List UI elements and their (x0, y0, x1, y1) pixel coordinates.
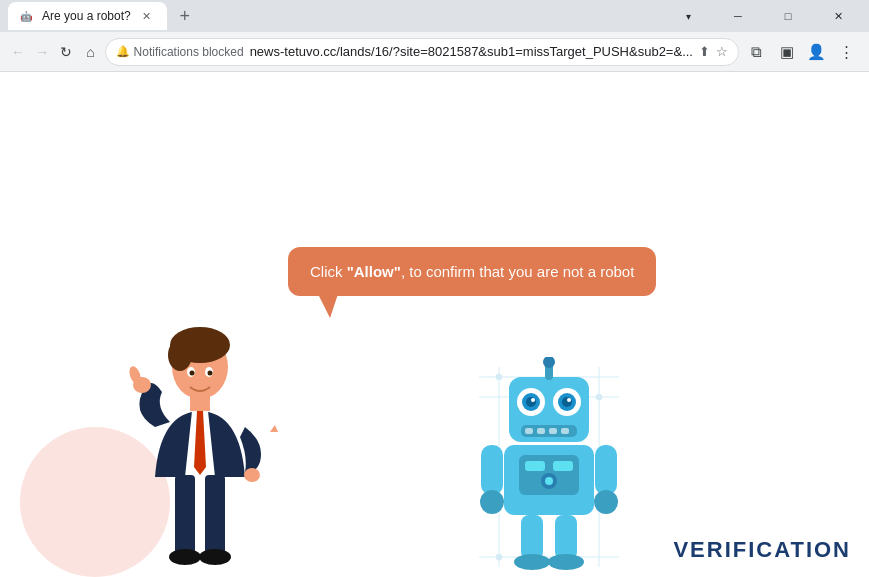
speech-bubble: Click "Allow", to confirm that you are n… (288, 247, 656, 296)
minimize-button[interactable]: ─ (715, 0, 761, 32)
bookmark-icon[interactable]: ☆ (716, 44, 728, 59)
address-bar-icons: ⬆ ☆ (699, 44, 728, 59)
svg-point-14 (208, 371, 213, 376)
svg-point-49 (594, 490, 618, 514)
notifications-blocked-label: Notifications blocked (134, 45, 244, 59)
svg-point-47 (480, 490, 504, 514)
svg-point-32 (562, 397, 572, 407)
title-bar: 🤖 Are you a robot? ✕ + ▾ ─ □ ✕ (0, 0, 869, 32)
svg-point-53 (548, 554, 584, 570)
svg-point-45 (545, 477, 553, 485)
robot-illustration (469, 357, 619, 557)
address-bar-left: 🔔 Notifications blocked (116, 45, 244, 59)
svg-point-52 (514, 554, 550, 570)
svg-point-2 (168, 339, 192, 371)
svg-rect-8 (205, 475, 225, 555)
forward-button[interactable]: → (32, 38, 52, 66)
extensions-button[interactable]: ⧉ (743, 38, 771, 66)
svg-point-13 (190, 371, 195, 376)
active-tab[interactable]: 🤖 Are you a robot? ✕ (8, 2, 167, 30)
window-controls: ▾ ─ □ ✕ (665, 0, 861, 32)
menu-button[interactable]: ⋮ (833, 38, 861, 66)
svg-point-33 (531, 398, 535, 402)
svg-rect-42 (525, 461, 545, 471)
nav-right-buttons: ⧉ ▣ 👤 ⋮ (743, 38, 861, 66)
svg-point-9 (169, 549, 201, 565)
speech-bubble-highlight: "Allow" (347, 263, 401, 280)
svg-marker-15 (270, 425, 278, 432)
svg-point-34 (567, 398, 571, 402)
home-button[interactable]: ⌂ (80, 38, 100, 66)
close-button[interactable]: ✕ (815, 0, 861, 32)
svg-point-26 (543, 357, 555, 368)
speech-bubble-prefix: Click (310, 263, 347, 280)
svg-rect-36 (525, 428, 533, 434)
url-text: news-tetuvo.cc/lands/16/?site=8021587&su… (250, 44, 693, 59)
svg-rect-43 (553, 461, 573, 471)
svg-rect-7 (175, 475, 195, 555)
refresh-button[interactable]: ↻ (56, 38, 76, 66)
person-illustration (100, 317, 300, 577)
svg-point-22 (596, 394, 602, 400)
page-content: Click "Allow", to confirm that you are n… (0, 72, 869, 577)
tab-strip-menu[interactable]: ▾ (665, 0, 711, 32)
navigation-bar: ← → ↻ ⌂ 🔔 Notifications blocked news-tet… (0, 32, 869, 72)
speech-bubble-suffix: , to confirm that you are not a robot (401, 263, 634, 280)
svg-rect-48 (595, 445, 617, 495)
svg-rect-51 (555, 515, 577, 560)
split-screen-button[interactable]: ▣ (773, 38, 801, 66)
address-bar[interactable]: 🔔 Notifications blocked news-tetuvo.cc/l… (105, 38, 739, 66)
svg-rect-38 (549, 428, 557, 434)
notification-bell-icon: 🔔 (116, 45, 130, 58)
svg-point-31 (526, 397, 536, 407)
svg-rect-46 (481, 445, 503, 495)
new-tab-button[interactable]: + (171, 2, 199, 30)
svg-rect-50 (521, 515, 543, 560)
tab-favicon: 🤖 (18, 8, 34, 24)
svg-rect-3 (190, 393, 210, 411)
maximize-button[interactable]: □ (765, 0, 811, 32)
svg-point-4 (244, 468, 260, 482)
svg-point-21 (496, 374, 502, 380)
tab-title: Are you a robot? (42, 9, 131, 23)
profile-button[interactable]: 👤 (803, 38, 831, 66)
back-button[interactable]: ← (8, 38, 28, 66)
svg-point-23 (496, 554, 502, 560)
svg-rect-39 (561, 428, 569, 434)
verification-label: VERIFICATION (673, 537, 851, 563)
svg-point-10 (199, 549, 231, 565)
tab-close-button[interactable]: ✕ (139, 8, 155, 24)
tabs-area: 🤖 Are you a robot? ✕ + (8, 2, 199, 30)
svg-rect-37 (537, 428, 545, 434)
share-icon[interactable]: ⬆ (699, 44, 710, 59)
